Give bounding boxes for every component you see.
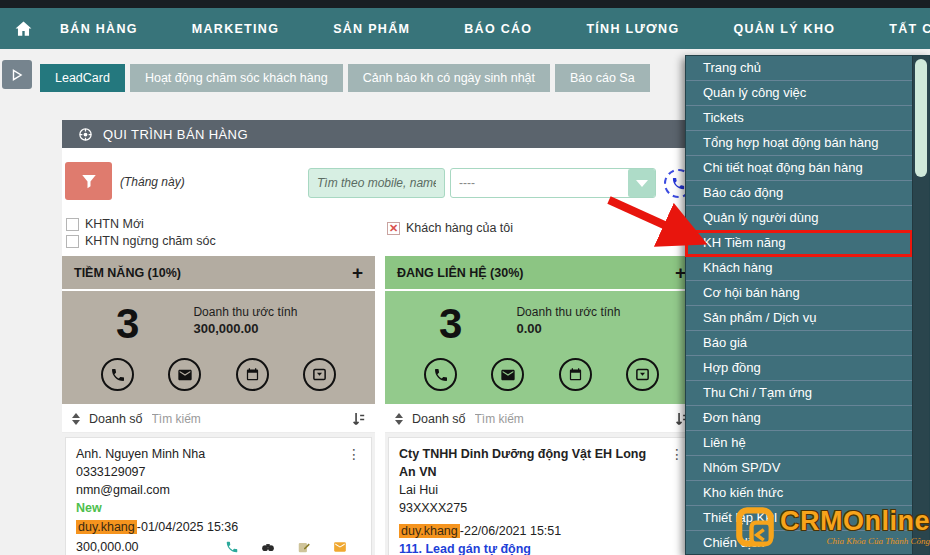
- period-label: (Tháng này): [120, 175, 185, 189]
- menu-item-chi-tiet-hoat-dong[interactable]: Chi tiết hoạt động bán hàng: [686, 156, 912, 181]
- tab-canh-bao-sinh-nhat[interactable]: Cảnh báo kh có ngày sinh nhật: [348, 64, 550, 92]
- sort-field-label[interactable]: Doanh số: [412, 412, 466, 426]
- tab-bao-cao-sa[interactable]: Báo cáo Sa: [555, 64, 650, 92]
- checkbox-empty-icon[interactable]: [66, 218, 79, 231]
- column-search-input[interactable]: [152, 412, 343, 426]
- sidebar-toggle-button[interactable]: [2, 60, 32, 89]
- calendar-action-button[interactable]: [559, 358, 592, 391]
- nav-item-bao-cao[interactable]: BÁO CÁO: [437, 22, 559, 36]
- call-action-button[interactable]: [101, 358, 134, 391]
- nav-item-tat-ca[interactable]: TẤT CẢ: [862, 22, 930, 36]
- checkbox-khtn-moi-label: KHTN Mới: [85, 217, 144, 231]
- menu-item-bao-cao-dong[interactable]: Báo cáo động: [686, 181, 912, 206]
- calendar-action-button[interactable]: [236, 358, 269, 391]
- menu-item-tong-hop-hoat-dong[interactable]: Tổng hợp hoạt động bán hàng: [686, 131, 912, 156]
- binoculars-icon[interactable]: [261, 540, 275, 554]
- column-search-input[interactable]: [475, 412, 666, 426]
- dropdown-scrollbar[interactable]: [912, 56, 929, 554]
- nav-item-marketing[interactable]: MARKETING: [165, 22, 306, 36]
- logo-title: CRMOnline: [780, 508, 930, 535]
- menu-item-san-pham-dich-vu[interactable]: Sản phẩm / Dịch vụ: [686, 306, 912, 331]
- lead-name: Cty TNHH Dinh Dưỡng động Vật EH Long An …: [399, 445, 649, 481]
- sort-az-icon[interactable]: [352, 412, 365, 427]
- lead-card[interactable]: ⋮ Cty TNHH Dinh Dưỡng động Vật EH Long A…: [388, 437, 695, 555]
- lead-name: Anh. Nguyen Minh Nha: [76, 445, 361, 463]
- message-action-button[interactable]: [303, 358, 336, 391]
- call-lead-icon[interactable]: [225, 540, 239, 554]
- column-header: TIỀM NĂNG (10%) +: [62, 256, 375, 289]
- lead-list: ⋮ Anh. Nguyen Minh Nha 0333129097 nmn@gm…: [62, 433, 375, 555]
- menu-item-thu-chi-tam-ung[interactable]: Thu Chi / Tạm ứng: [686, 381, 912, 406]
- menu-item-co-hoi-ban-hang[interactable]: Cơ hội bán hàng: [686, 281, 912, 306]
- play-arrow-icon: [10, 68, 24, 82]
- search-input[interactable]: [308, 168, 445, 198]
- tab-leadcard[interactable]: LeadCard: [40, 64, 125, 92]
- app-screen: BÁN HÀNG MARKETING SẢN PHẨM BÁO CÁO TÍNH…: [0, 0, 930, 555]
- lead-amount: 300,000.00: [76, 538, 139, 555]
- lead-date: -01/04/2025 15:36: [137, 520, 238, 534]
- nav-item-tinh-luong[interactable]: TÍNH LƯƠNG: [559, 22, 706, 36]
- home-icon[interactable]: [14, 14, 33, 44]
- menu-item-bao-gia[interactable]: Báo giá: [686, 331, 912, 356]
- tab-hoat-dong-cham-soc[interactable]: Hoạt động chăm sóc khách hàng: [130, 64, 343, 92]
- email-action-button[interactable]: [491, 358, 524, 391]
- scrollbar-thumb[interactable]: [915, 59, 927, 177]
- revenue-value: 300,000.00: [193, 321, 297, 336]
- nav-item-ban-hang[interactable]: BÁN HÀNG: [33, 22, 165, 36]
- chevron-down-icon[interactable]: [628, 169, 655, 197]
- menu-item-trang-chu[interactable]: Trang chủ: [686, 56, 912, 81]
- checkbox-khach-hang-cua-toi[interactable]: ✕ Khách hàng của tôi: [387, 221, 513, 235]
- filter-select[interactable]: ----: [450, 168, 656, 198]
- panel-title: QUI TRÌNH BÁN HÀNG: [103, 127, 248, 142]
- mail-lead-icon[interactable]: [333, 540, 347, 554]
- lead-phone: 93XXXX275: [399, 499, 684, 517]
- menu-item-lien-he[interactable]: Liên hệ: [686, 431, 912, 456]
- checkbox-khtn-ngung[interactable]: KHTN ngừng chăm sóc: [66, 234, 216, 248]
- nav-item-san-pham[interactable]: SẢN PHẨM: [306, 22, 437, 36]
- kebab-menu-icon[interactable]: ⋮: [670, 444, 684, 464]
- lead-card[interactable]: ⋮ Anh. Nguyen Minh Nha 0333129097 nmn@gm…: [65, 437, 372, 555]
- funnel-icon: [80, 172, 98, 190]
- menu-item-khach-hang[interactable]: Khách hàng: [686, 256, 912, 281]
- logo-tagline: Chìa Khóa Của Thành Công: [826, 536, 930, 546]
- column-stats: 3 Doanh thu ước tính 300,000.00: [62, 291, 375, 404]
- checkbox-khtn-ngung-label: KHTN ngừng chăm sóc: [85, 234, 216, 248]
- sort-field-label[interactable]: Doanh số: [89, 412, 143, 426]
- menu-item-quan-ly-nguoi-dung[interactable]: Quản lý người dùng: [686, 206, 912, 231]
- tat-ca-dropdown-menu: Trang chủ Quản lý công việc Tickets Tổng…: [685, 55, 930, 555]
- menu-item-hop-dong[interactable]: Hợp đồng: [686, 356, 912, 381]
- lead-list: ⋮ Cty TNHH Dinh Dưỡng động Vật EH Long A…: [385, 433, 698, 555]
- email-action-button[interactable]: [168, 358, 201, 391]
- sort-updown-icon[interactable]: [72, 413, 80, 425]
- call-action-button[interactable]: [424, 358, 457, 391]
- column-header: ĐANG LIÊN HỆ (30%) +: [385, 256, 698, 289]
- kanban-column-dang-lien-he: ĐANG LIÊN HỆ (30%) + 3 Doanh thu ước tín…: [385, 256, 698, 555]
- menu-item-quan-ly-cong-viec[interactable]: Quản lý công việc: [686, 81, 912, 106]
- envelope-icon: [500, 367, 516, 383]
- note-edit-icon[interactable]: [297, 540, 311, 554]
- nav-item-quan-ly-kho[interactable]: QUẢN LÝ KHO: [706, 22, 862, 36]
- menu-item-nhom-sp-dv[interactable]: Nhóm SP/DV: [686, 456, 912, 481]
- add-lead-button[interactable]: +: [352, 263, 363, 282]
- filter-button[interactable]: [65, 162, 112, 200]
- checkbox-khach-hang-label: Khách hàng của tôi: [406, 221, 513, 235]
- lead-email: nmn@gmail.com: [76, 481, 361, 499]
- inbox-icon: [312, 367, 327, 382]
- menu-item-kho-kien-thuc[interactable]: Kho kiến thức: [686, 481, 912, 506]
- checkbox-khtn-moi[interactable]: KHTN Mới: [66, 217, 144, 231]
- sort-updown-icon[interactable]: [395, 413, 403, 425]
- checkbox-empty-icon[interactable]: [66, 235, 79, 248]
- lead-count: 3: [385, 303, 516, 345]
- menu-item-tickets[interactable]: Tickets: [686, 106, 912, 131]
- lead-source-link[interactable]: 111. Lead gán tự động: [399, 540, 684, 555]
- main-nav: BÁN HÀNG MARKETING SẢN PHẨM BÁO CÁO TÍNH…: [0, 8, 930, 49]
- revenue-value: 0.00: [516, 321, 620, 336]
- menu-item-kh-tiem-nang[interactable]: KH Tiềm năng: [686, 231, 912, 256]
- message-action-button[interactable]: [626, 358, 659, 391]
- checkbox-x-icon[interactable]: ✕: [387, 222, 400, 235]
- kebab-menu-icon[interactable]: ⋮: [347, 444, 361, 464]
- crmonline-logo-icon: [734, 505, 776, 549]
- revenue-label: Doanh thu ước tính: [516, 305, 620, 319]
- dropdown-menu-list: Trang chủ Quản lý công việc Tickets Tổng…: [686, 56, 912, 554]
- menu-item-don-hang[interactable]: Đơn hàng: [686, 406, 912, 431]
